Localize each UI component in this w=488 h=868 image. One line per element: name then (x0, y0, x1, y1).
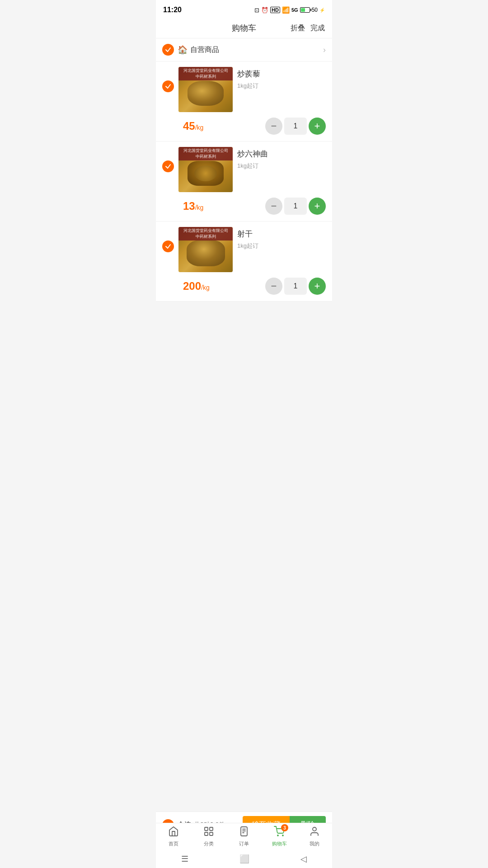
qty-display-2: 1 (284, 278, 307, 295)
store-name: 自营商品 (190, 45, 323, 55)
svg-rect-1 (210, 827, 213, 830)
svg-rect-4 (241, 827, 247, 836)
price-unit-0: /kg (195, 124, 204, 131)
alarm-icon: ⏰ (261, 7, 268, 14)
product-row: 河北国货堂药业有限公司中药材系列 炒蒺藜 1kg起订 (162, 67, 326, 112)
price-number-1: 13 (183, 200, 195, 212)
tab-category[interactable]: 分类 (191, 823, 226, 838)
qty-control-2: − 1 + (265, 278, 326, 295)
tab-home[interactable]: 首页 (156, 823, 191, 838)
svg-point-10 (313, 827, 316, 831)
qty-plus-button-0[interactable]: + (309, 118, 326, 135)
product-item-1: 河北国货堂药业有限公司中药材系列 炒六神曲 1kg起订 (156, 142, 332, 192)
nfc-icon: ⊡ (254, 7, 259, 14)
price-qty-row-1: 13 /kg − 1 + (156, 192, 332, 222)
product-min-order-0: 1kg起订 (237, 82, 326, 90)
svg-point-9 (282, 835, 283, 836)
price-qty-row-0: 45 /kg − 1 + (156, 112, 332, 142)
store-arrow-icon[interactable]: › (323, 45, 326, 55)
price-unit-2: /kg (201, 284, 210, 291)
product-price-1: 13 /kg (183, 200, 203, 212)
product-min-order-1: 1kg起订 (237, 162, 326, 170)
product-min-order-2: 1kg起订 (237, 242, 326, 250)
category-icon (203, 826, 214, 838)
product-select-checkbox-1[interactable] (162, 160, 174, 172)
status-icons: ⊡ ⏰ HD 📶 5G 50 ⚡ (254, 6, 325, 14)
price-unit-1: /kg (195, 204, 204, 211)
svg-rect-2 (205, 832, 208, 835)
battery-icon (300, 7, 310, 13)
product-row-2: 河北国货堂药业有限公司中药材系列 射干 1kg起订 (162, 227, 326, 272)
tab-order[interactable]: 订单 (226, 823, 262, 838)
qty-plus-button-1[interactable]: + (309, 198, 326, 215)
store-section: 🏠 自营商品 › 河北国货堂药业有限公司中药材系列 炒 (156, 38, 332, 302)
product-name-1: 炒六神曲 (237, 149, 326, 159)
product-image-0: 河北国货堂药业有限公司中药材系列 (178, 67, 233, 112)
store-icon: 🏠 (178, 45, 188, 55)
page-header: 购物车 折叠 完成 (156, 18, 332, 38)
status-time: 11:20 (163, 6, 182, 14)
product-row-1: 河北国货堂药业有限公司中药材系列 炒六神曲 1kg起订 (162, 147, 326, 192)
product-image-2: 河北国货堂药业有限公司中药材系列 (178, 227, 233, 272)
tab-profile[interactable]: 我的 (297, 823, 332, 838)
collapse-button[interactable]: 折叠 (291, 24, 305, 33)
product-info-2: 射干 1kg起订 (237, 227, 326, 250)
qty-control-1: − 1 + (265, 198, 326, 215)
cart-badge: 3 (281, 824, 288, 831)
product-price-0: 45 /kg (183, 120, 203, 132)
header-actions: 折叠 完成 (291, 24, 325, 33)
product-info-0: 炒蒺藜 1kg起订 (237, 67, 326, 90)
cart-badge-container: 3 (274, 826, 285, 838)
store-select-checkbox[interactable] (162, 44, 174, 56)
status-bar: 11:20 ⊡ ⏰ HD 📶 5G 50 ⚡ (156, 0, 332, 18)
qty-control-0: − 1 + (265, 118, 326, 135)
product-price-2: 200 /kg (183, 280, 210, 292)
product-image-label-1: 河北国货堂药业有限公司中药材系列 (178, 147, 233, 160)
empty-area (156, 305, 332, 432)
tab-bar: 首页 分类 订单 (156, 823, 332, 838)
page-title: 购物车 (232, 23, 256, 33)
qty-minus-button-0[interactable]: − (265, 118, 282, 135)
main-content: 🏠 自营商品 › 河北国货堂药业有限公司中药材系列 炒 (156, 38, 332, 811)
product-select-checkbox-0[interactable] (162, 80, 174, 92)
svg-point-8 (277, 835, 278, 836)
hd-icon: HD (270, 7, 280, 13)
product-info-1: 炒六神曲 1kg起订 (237, 147, 326, 170)
done-button[interactable]: 完成 (310, 24, 325, 33)
wifi-icon: 📶 (282, 6, 290, 14)
tab-cart[interactable]: 3 购物车 (262, 823, 297, 838)
qty-plus-button-2[interactable]: + (309, 278, 326, 295)
product-image-label-0: 河北国货堂药业有限公司中药材系列 (178, 67, 233, 80)
qty-display-1: 1 (284, 198, 307, 215)
product-select-checkbox-2[interactable] (162, 241, 174, 252)
product-item: 河北国货堂药业有限公司中药材系列 炒蒺藜 1kg起订 (156, 61, 332, 112)
qty-minus-button-2[interactable]: − (265, 278, 282, 295)
product-image-1: 河北国货堂药业有限公司中药材系列 (178, 147, 233, 192)
order-icon (239, 826, 249, 838)
svg-rect-0 (205, 827, 208, 830)
qty-display-0: 1 (284, 118, 307, 135)
price-number-2: 200 (183, 280, 201, 292)
battery-level: 50 (312, 7, 318, 13)
product-image-label-2: 河北国货堂药业有限公司中药材系列 (178, 227, 233, 241)
product-name-2: 射干 (237, 229, 326, 239)
store-header: 🏠 自营商品 › (156, 38, 332, 61)
qty-minus-button-1[interactable]: − (265, 198, 282, 215)
product-name-0: 炒蒺藜 (237, 69, 326, 79)
signal-icon: 5G (291, 7, 298, 13)
price-number-0: 45 (183, 120, 195, 132)
charging-icon: ⚡ (319, 8, 325, 13)
home-icon (168, 826, 179, 838)
product-item-2: 河北国货堂药业有限公司中药材系列 射干 1kg起订 (156, 222, 332, 272)
price-qty-row-2: 200 /kg − 1 + (156, 272, 332, 302)
profile-icon (309, 826, 320, 838)
svg-rect-3 (210, 832, 213, 835)
